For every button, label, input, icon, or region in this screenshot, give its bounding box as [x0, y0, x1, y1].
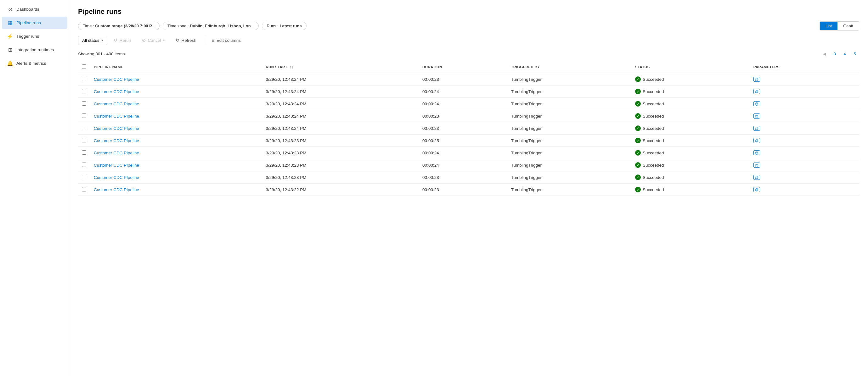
- sidebar-item-pipeline-runs[interactable]: ▦ Pipeline runs: [2, 16, 67, 29]
- showing-label: Showing 301 - 400 items: [78, 52, 125, 56]
- time-filter[interactable]: Time : Custom range (3/28/20 7:00 P...: [78, 22, 160, 30]
- status-label: Succeeded: [643, 102, 664, 106]
- sidebar-item-label: Pipeline runs: [17, 21, 41, 25]
- pagination-page-5[interactable]: 5: [850, 49, 859, 58]
- parameters-icon[interactable]: @: [753, 138, 760, 143]
- list-view-button[interactable]: List: [820, 22, 837, 30]
- sidebar-item-label: Integration runtimes: [17, 47, 54, 52]
- row-checkbox-3[interactable]: [82, 113, 86, 118]
- pipeline-link-5[interactable]: Customer CDC PIpeline: [94, 138, 139, 143]
- sidebar-item-trigger-runs[interactable]: ⚡ Trigger runs: [2, 30, 67, 42]
- pipeline-link-7[interactable]: Customer CDC PIpeline: [94, 163, 139, 168]
- trigger-runs-icon: ⚡: [7, 33, 13, 39]
- parameters-icon[interactable]: @: [753, 89, 760, 94]
- triggered-by-cell: TumblingTrigger: [507, 159, 631, 171]
- pipeline-name-cell: Customer CDC PIpeline: [90, 122, 262, 135]
- pipeline-link-4[interactable]: Customer CDC PIpeline: [94, 126, 139, 131]
- duration-cell: 00:00:23: [418, 183, 507, 196]
- pipeline-runs-icon: ▦: [7, 20, 13, 26]
- table-row: Customer CDC PIpeline 3/29/20, 12:43:24 …: [78, 98, 859, 110]
- pagination-page-4[interactable]: 4: [840, 49, 849, 58]
- parameters-icon[interactable]: @: [753, 113, 760, 118]
- status-label: Succeeded: [643, 150, 664, 155]
- pipeline-link-0[interactable]: Customer CDC PIpeline: [94, 77, 139, 82]
- status-dropdown[interactable]: All status ▾: [78, 36, 107, 45]
- sidebar-item-label: Dashboards: [17, 7, 39, 12]
- row-checkbox-cell: [78, 122, 90, 135]
- pagination-prev[interactable]: ◀: [820, 49, 829, 58]
- pipeline-link-3[interactable]: Customer CDC PIpeline: [94, 114, 139, 118]
- duration-cell: 00:00:24: [418, 86, 507, 98]
- runs-filter[interactable]: Runs : Latest runs: [262, 22, 306, 30]
- parameters-icon[interactable]: @: [753, 77, 760, 82]
- run-start-cell: 3/29/20, 12:43:24 PM: [262, 73, 418, 86]
- status-succeeded-icon: ✓: [635, 113, 641, 119]
- sidebar-item-dashboards[interactable]: ⊙ Dashboards: [2, 3, 67, 15]
- table-row: Customer CDC PIpeline 3/29/20, 12:43:23 …: [78, 171, 859, 183]
- parameters-icon[interactable]: @: [753, 187, 760, 192]
- parameters-cell: @: [750, 98, 859, 110]
- status-succeeded-icon: ✓: [635, 187, 641, 193]
- alerts-metrics-icon: 🔔: [7, 60, 13, 66]
- pipeline-link-8[interactable]: Customer CDC PIpeline: [94, 175, 139, 180]
- cancel-button[interactable]: ⊘ Cancel ▾: [137, 36, 169, 45]
- row-checkbox-8[interactable]: [82, 175, 86, 179]
- chevron-down-icon: ▾: [101, 38, 103, 42]
- status-cell: ✓ Succeeded: [631, 110, 750, 122]
- status-cell: ✓ Succeeded: [631, 73, 750, 86]
- row-checkbox-5[interactable]: [82, 138, 86, 142]
- dashboards-icon: ⊙: [7, 6, 13, 12]
- rerun-button[interactable]: ↺ Rerun: [109, 36, 136, 45]
- status-cell: ✓ Succeeded: [631, 98, 750, 110]
- row-checkbox-6[interactable]: [82, 150, 86, 155]
- status-succeeded-icon: ✓: [635, 126, 641, 131]
- pipeline-name-cell: Customer CDC PIpeline: [90, 171, 262, 183]
- table-row: Customer CDC PIpeline 3/29/20, 12:43:23 …: [78, 147, 859, 159]
- pipeline-name-cell: Customer CDC PIpeline: [90, 98, 262, 110]
- duration-cell: 00:00:23: [418, 110, 507, 122]
- gantt-view-button[interactable]: Gantt: [837, 22, 859, 30]
- th-status: STATUS: [631, 61, 750, 73]
- parameters-icon[interactable]: @: [753, 126, 760, 131]
- duration-cell: 00:00:24: [418, 159, 507, 171]
- parameters-icon[interactable]: @: [753, 150, 760, 155]
- status-succeeded-icon: ✓: [635, 101, 641, 107]
- th-parameters: PARAMETERS: [750, 61, 859, 73]
- th-triggered-by: TRIGGERED BY: [507, 61, 631, 73]
- toolbar: All status ▾ ↺ Rerun ⊘ Cancel ▾ ↻ Refres…: [78, 36, 859, 45]
- run-start-cell: 3/29/20, 12:43:24 PM: [262, 86, 418, 98]
- select-all-checkbox[interactable]: [82, 64, 86, 69]
- parameters-icon[interactable]: @: [753, 163, 760, 168]
- status-cell: ✓ Succeeded: [631, 122, 750, 135]
- pipeline-link-2[interactable]: Customer CDC PIpeline: [94, 102, 139, 106]
- runs-label: Runs :: [267, 24, 279, 28]
- pipeline-link-6[interactable]: Customer CDC PIpeline: [94, 150, 139, 155]
- run-start-cell: 3/29/20, 12:43:24 PM: [262, 122, 418, 135]
- parameters-icon[interactable]: @: [753, 175, 760, 180]
- th-run-start[interactable]: RUN START ↑↓: [262, 61, 418, 73]
- pagination-page-3[interactable]: 3: [830, 49, 839, 58]
- row-checkbox-0[interactable]: [82, 77, 86, 81]
- edit-columns-button[interactable]: ≡ Edit columns: [208, 36, 245, 45]
- row-checkbox-7[interactable]: [82, 163, 86, 167]
- sidebar-item-alerts-metrics[interactable]: 🔔 Alerts & metrics: [2, 57, 67, 69]
- pipeline-name-cell: Customer CDC PIpeline: [90, 110, 262, 122]
- row-checkbox-2[interactable]: [82, 101, 86, 106]
- pipeline-link-1[interactable]: Customer CDC PIpeline: [94, 89, 139, 94]
- table-row: Customer CDC PIpeline 3/29/20, 12:43:24 …: [78, 73, 859, 86]
- refresh-button[interactable]: ↻ Refresh: [171, 36, 201, 45]
- timezone-filter[interactable]: Time zone : Dublin, Edinburgh, Lisbon, L…: [163, 22, 259, 30]
- row-checkbox-9[interactable]: [82, 187, 86, 192]
- parameters-cell: @: [750, 73, 859, 86]
- cancel-icon: ⊘: [142, 37, 146, 43]
- toolbar-divider: [204, 36, 204, 44]
- pipeline-runs-table: PIPELINE NAME RUN START ↑↓ DURATION TRIG…: [78, 61, 859, 196]
- row-checkbox-1[interactable]: [82, 89, 86, 93]
- table-wrap: PIPELINE NAME RUN START ↑↓ DURATION TRIG…: [78, 61, 859, 376]
- row-checkbox-4[interactable]: [82, 126, 86, 130]
- parameters-icon[interactable]: @: [753, 101, 760, 106]
- status-label: Succeeded: [643, 89, 664, 94]
- pipeline-name-cell: Customer CDC PIpeline: [90, 86, 262, 98]
- sidebar-item-integration-runtimes[interactable]: ⊞ Integration runtimes: [2, 44, 67, 56]
- pipeline-link-9[interactable]: Customer CDC PIpeline: [94, 187, 139, 192]
